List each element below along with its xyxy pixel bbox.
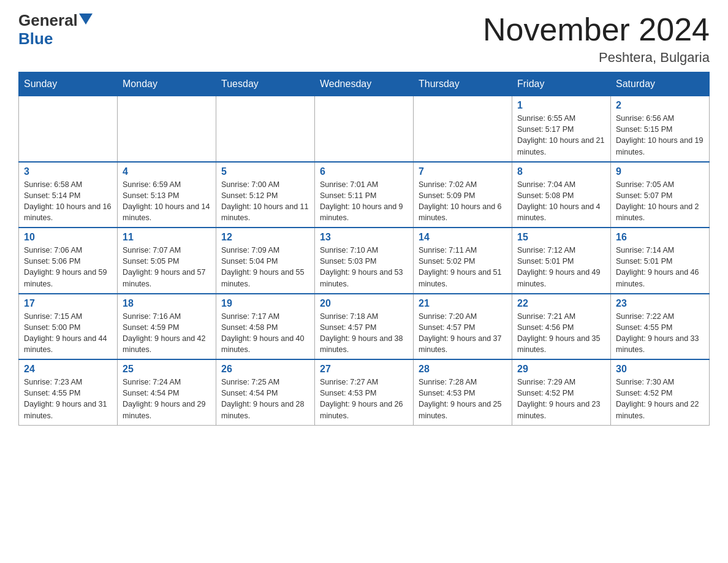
day-number: 5 — [221, 166, 309, 177]
day-info: Sunrise: 7:02 AMSunset: 5:09 PMDaylight:… — [419, 179, 507, 224]
day-info: Sunrise: 7:21 AMSunset: 4:56 PMDaylight:… — [517, 311, 605, 356]
day-info: Sunrise: 6:55 AMSunset: 5:17 PMDaylight:… — [517, 113, 605, 158]
day-number: 22 — [517, 298, 605, 309]
table-row: 22Sunrise: 7:21 AMSunset: 4:56 PMDayligh… — [512, 294, 611, 360]
table-row: 16Sunrise: 7:14 AMSunset: 5:01 PMDayligh… — [611, 228, 710, 294]
table-row: 30Sunrise: 7:30 AMSunset: 4:52 PMDayligh… — [611, 359, 710, 425]
col-thursday: Thursday — [414, 72, 512, 96]
day-info: Sunrise: 7:00 AMSunset: 5:12 PMDaylight:… — [221, 179, 309, 224]
table-row: 18Sunrise: 7:16 AMSunset: 4:59 PMDayligh… — [118, 294, 216, 360]
day-number: 23 — [616, 298, 704, 309]
day-info: Sunrise: 7:29 AMSunset: 4:52 PMDaylight:… — [517, 377, 605, 421]
table-row — [216, 96, 315, 162]
day-info: Sunrise: 7:04 AMSunset: 5:08 PMDaylight:… — [517, 179, 605, 224]
table-row: 27Sunrise: 7:27 AMSunset: 4:53 PMDayligh… — [315, 359, 414, 425]
day-info: Sunrise: 7:17 AMSunset: 4:58 PMDaylight:… — [221, 311, 309, 356]
table-row: 11Sunrise: 7:07 AMSunset: 5:05 PMDayligh… — [118, 228, 216, 294]
table-row: 7Sunrise: 7:02 AMSunset: 5:09 PMDaylight… — [414, 162, 512, 228]
col-tuesday: Tuesday — [216, 72, 315, 96]
day-number: 10 — [24, 232, 112, 243]
table-row: 6Sunrise: 7:01 AMSunset: 5:11 PMDaylight… — [315, 162, 414, 228]
col-sunday: Sunday — [19, 72, 118, 96]
day-number: 2 — [616, 100, 704, 111]
day-info: Sunrise: 7:28 AMSunset: 4:53 PMDaylight:… — [419, 377, 507, 421]
day-info: Sunrise: 6:56 AMSunset: 5:15 PMDaylight:… — [616, 113, 704, 158]
day-info: Sunrise: 7:14 AMSunset: 5:01 PMDaylight:… — [616, 245, 704, 289]
day-info: Sunrise: 7:24 AMSunset: 4:54 PMDaylight:… — [123, 377, 211, 421]
calendar-week-row: 3Sunrise: 6:58 AMSunset: 5:14 PMDaylight… — [19, 162, 710, 228]
day-info: Sunrise: 7:11 AMSunset: 5:02 PMDaylight:… — [419, 245, 507, 289]
logo: General Blue — [18, 12, 93, 48]
day-number: 16 — [616, 232, 704, 243]
day-number: 25 — [123, 364, 211, 375]
day-info: Sunrise: 7:20 AMSunset: 4:57 PMDaylight:… — [419, 311, 507, 356]
day-info: Sunrise: 7:07 AMSunset: 5:05 PMDaylight:… — [123, 245, 211, 289]
day-info: Sunrise: 7:22 AMSunset: 4:55 PMDaylight:… — [616, 311, 704, 356]
table-row: 23Sunrise: 7:22 AMSunset: 4:55 PMDayligh… — [611, 294, 710, 360]
table-row: 14Sunrise: 7:11 AMSunset: 5:02 PMDayligh… — [414, 228, 512, 294]
col-wednesday: Wednesday — [315, 72, 414, 96]
day-info: Sunrise: 7:10 AMSunset: 5:03 PMDaylight:… — [320, 245, 408, 289]
table-row — [19, 96, 118, 162]
day-number: 11 — [123, 232, 211, 243]
day-info: Sunrise: 7:27 AMSunset: 4:53 PMDaylight:… — [320, 377, 408, 421]
day-number: 4 — [123, 166, 211, 177]
svg-marker-0 — [79, 13, 93, 25]
day-info: Sunrise: 6:58 AMSunset: 5:14 PMDaylight:… — [24, 179, 112, 224]
day-number: 15 — [517, 232, 605, 243]
day-number: 13 — [320, 232, 408, 243]
logo-arrow-icon — [79, 13, 93, 25]
col-friday: Friday — [512, 72, 611, 96]
day-info: Sunrise: 7:09 AMSunset: 5:04 PMDaylight:… — [221, 245, 309, 289]
table-row: 26Sunrise: 7:25 AMSunset: 4:54 PMDayligh… — [216, 359, 315, 425]
day-number: 29 — [517, 364, 605, 375]
table-row: 1Sunrise: 6:55 AMSunset: 5:17 PMDaylight… — [512, 96, 611, 162]
day-number: 9 — [616, 166, 704, 177]
table-row — [315, 96, 414, 162]
day-number: 14 — [419, 232, 507, 243]
calendar-week-row: 24Sunrise: 7:23 AMSunset: 4:55 PMDayligh… — [19, 359, 710, 425]
table-row: 21Sunrise: 7:20 AMSunset: 4:57 PMDayligh… — [414, 294, 512, 360]
calendar-week-row: 17Sunrise: 7:15 AMSunset: 5:00 PMDayligh… — [19, 294, 710, 360]
day-number: 7 — [419, 166, 507, 177]
day-info: Sunrise: 7:23 AMSunset: 4:55 PMDaylight:… — [24, 377, 112, 421]
table-row: 9Sunrise: 7:05 AMSunset: 5:07 PMDaylight… — [611, 162, 710, 228]
table-row: 17Sunrise: 7:15 AMSunset: 5:00 PMDayligh… — [19, 294, 118, 360]
day-info: Sunrise: 7:15 AMSunset: 5:00 PMDaylight:… — [24, 311, 112, 356]
table-row — [118, 96, 216, 162]
col-monday: Monday — [118, 72, 216, 96]
day-number: 30 — [616, 364, 704, 375]
logo-blue: Blue — [18, 29, 53, 48]
day-number: 26 — [221, 364, 309, 375]
day-info: Sunrise: 7:30 AMSunset: 4:52 PMDaylight:… — [616, 377, 704, 421]
day-info: Sunrise: 6:59 AMSunset: 5:13 PMDaylight:… — [123, 179, 211, 224]
calendar-week-row: 10Sunrise: 7:06 AMSunset: 5:06 PMDayligh… — [19, 228, 710, 294]
location: Peshtera, Bulgaria — [483, 50, 710, 66]
table-row: 19Sunrise: 7:17 AMSunset: 4:58 PMDayligh… — [216, 294, 315, 360]
table-row: 20Sunrise: 7:18 AMSunset: 4:57 PMDayligh… — [315, 294, 414, 360]
day-number: 6 — [320, 166, 408, 177]
month-title: November 2024 — [483, 12, 710, 47]
calendar-week-row: 1Sunrise: 6:55 AMSunset: 5:17 PMDaylight… — [19, 96, 710, 162]
table-row: 15Sunrise: 7:12 AMSunset: 5:01 PMDayligh… — [512, 228, 611, 294]
table-row: 3Sunrise: 6:58 AMSunset: 5:14 PMDaylight… — [19, 162, 118, 228]
col-saturday: Saturday — [611, 72, 710, 96]
table-row: 4Sunrise: 6:59 AMSunset: 5:13 PMDaylight… — [118, 162, 216, 228]
day-info: Sunrise: 7:12 AMSunset: 5:01 PMDaylight:… — [517, 245, 605, 289]
day-number: 27 — [320, 364, 408, 375]
calendar-header-row: Sunday Monday Tuesday Wednesday Thursday… — [19, 72, 710, 96]
day-info: Sunrise: 7:16 AMSunset: 4:59 PMDaylight:… — [123, 311, 211, 356]
logo-general: General — [18, 12, 78, 28]
day-number: 21 — [419, 298, 507, 309]
day-number: 18 — [123, 298, 211, 309]
day-info: Sunrise: 7:18 AMSunset: 4:57 PMDaylight:… — [320, 311, 408, 356]
table-row: 5Sunrise: 7:00 AMSunset: 5:12 PMDaylight… — [216, 162, 315, 228]
calendar-table: Sunday Monday Tuesday Wednesday Thursday… — [18, 72, 710, 426]
title-section: November 2024 Peshtera, Bulgaria — [483, 12, 710, 66]
day-number: 1 — [517, 100, 605, 111]
day-number: 8 — [517, 166, 605, 177]
day-info: Sunrise: 7:01 AMSunset: 5:11 PMDaylight:… — [320, 179, 408, 224]
day-number: 12 — [221, 232, 309, 243]
day-number: 3 — [24, 166, 112, 177]
table-row: 24Sunrise: 7:23 AMSunset: 4:55 PMDayligh… — [19, 359, 118, 425]
